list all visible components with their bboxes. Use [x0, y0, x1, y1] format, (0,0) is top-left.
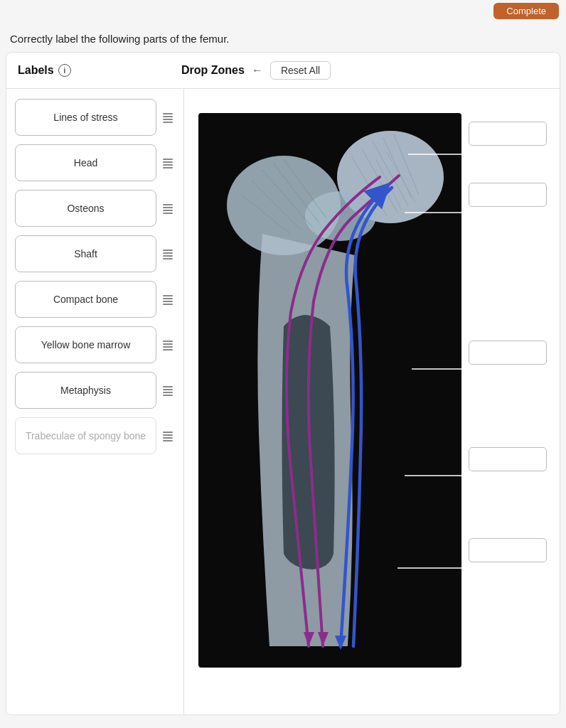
- svg-rect-8: [163, 204, 173, 205]
- drop-zone-1[interactable]: [469, 122, 547, 146]
- svg-rect-0: [163, 113, 173, 114]
- svg-rect-31: [163, 440, 173, 441]
- label-card-head[interactable]: Head: [15, 144, 156, 181]
- list-icon-osteons: [161, 201, 175, 215]
- list-icon-compact-bone: [161, 292, 175, 306]
- label-card-shaft[interactable]: Shaft: [15, 235, 156, 272]
- label-item-metaphysis: Metaphysis: [15, 372, 175, 409]
- svg-rect-4: [163, 159, 173, 160]
- drop-zones-title: Drop Zones: [181, 64, 245, 77]
- svg-rect-5: [163, 161, 173, 163]
- svg-rect-6: [163, 164, 173, 166]
- bone-svg-wrapper: [198, 113, 461, 668]
- label-card-metaphysis[interactable]: Metaphysis: [15, 372, 156, 409]
- svg-rect-9: [163, 207, 173, 208]
- instruction-text: Correctly label the following parts of t…: [0, 21, 566, 52]
- back-icon[interactable]: ←: [252, 64, 263, 77]
- drop-zone-panel: [184, 89, 560, 714]
- svg-rect-27: [163, 395, 173, 396]
- svg-rect-29: [163, 434, 173, 436]
- label-item-yellow-bone-marrow: Yellow bone marrow: [15, 326, 175, 363]
- svg-rect-19: [163, 304, 173, 305]
- label-card-trabeculae[interactable]: Trabeculae of spongy bone: [15, 417, 156, 454]
- main-container: Labels i Drop Zones ← Reset All Lines of…: [6, 52, 560, 715]
- drop-zones-header: Drop Zones ← Reset All: [181, 61, 548, 80]
- svg-rect-7: [163, 167, 173, 168]
- bone-image-container: [191, 99, 552, 689]
- svg-rect-15: [163, 258, 173, 259]
- svg-rect-30: [163, 437, 173, 439]
- header-row: Labels i Drop Zones ← Reset All: [6, 53, 560, 89]
- drop-zone-3[interactable]: [469, 341, 547, 365]
- reset-all-button[interactable]: Reset All: [270, 61, 331, 80]
- label-item-head: Head: [15, 144, 175, 181]
- label-item-shaft: Shaft: [15, 235, 175, 272]
- label-item-trabeculae: Trabeculae of spongy bone: [15, 417, 175, 454]
- svg-rect-23: [163, 349, 173, 350]
- label-item-compact-bone: Compact bone: [15, 281, 175, 318]
- list-icon-trabeculae: [161, 429, 175, 443]
- label-card-compact-bone[interactable]: Compact bone: [15, 281, 156, 318]
- svg-rect-11: [163, 213, 173, 214]
- svg-rect-2: [163, 119, 173, 120]
- label-card-yellow-bone-marrow[interactable]: Yellow bone marrow: [15, 326, 156, 363]
- svg-rect-12: [163, 250, 173, 251]
- labels-title: Labels: [18, 64, 54, 77]
- drop-zone-2[interactable]: [469, 183, 547, 207]
- svg-rect-21: [163, 343, 173, 345]
- list-icon-metaphysis: [161, 383, 175, 397]
- content-row: Lines of stress Head Osteons Shaft Compa…: [6, 89, 560, 714]
- labels-panel: Lines of stress Head Osteons Shaft Compa…: [6, 89, 184, 714]
- label-item-osteons: Osteons: [15, 190, 175, 227]
- svg-rect-25: [163, 389, 173, 390]
- drop-zone-5[interactable]: [469, 538, 547, 562]
- label-card-lines-of-stress[interactable]: Lines of stress: [15, 99, 156, 136]
- info-icon[interactable]: i: [58, 64, 71, 77]
- complete-button[interactable]: Complete: [493, 3, 559, 19]
- list-icon-yellow-bone-marrow: [161, 338, 175, 352]
- list-icon-head: [161, 156, 175, 170]
- label-card-osteons[interactable]: Osteons: [15, 190, 156, 227]
- svg-rect-13: [163, 252, 173, 254]
- list-icon-lines-of-stress: [161, 110, 175, 124]
- label-item-lines-of-stress: Lines of stress: [15, 99, 175, 136]
- svg-rect-17: [163, 298, 173, 299]
- svg-rect-3: [163, 122, 173, 123]
- drop-zone-4[interactable]: [469, 447, 547, 471]
- svg-rect-1: [163, 116, 173, 117]
- svg-rect-26: [163, 392, 173, 393]
- labels-header: Labels i: [18, 64, 181, 77]
- svg-rect-28: [163, 432, 173, 433]
- svg-rect-22: [163, 346, 173, 348]
- svg-rect-16: [163, 295, 173, 296]
- svg-rect-20: [163, 341, 173, 342]
- top-bar: Complete: [0, 0, 566, 21]
- list-icon-shaft: [161, 247, 175, 261]
- svg-rect-14: [163, 255, 173, 257]
- svg-rect-24: [163, 386, 173, 387]
- svg-rect-10: [163, 210, 173, 211]
- svg-rect-18: [163, 301, 173, 302]
